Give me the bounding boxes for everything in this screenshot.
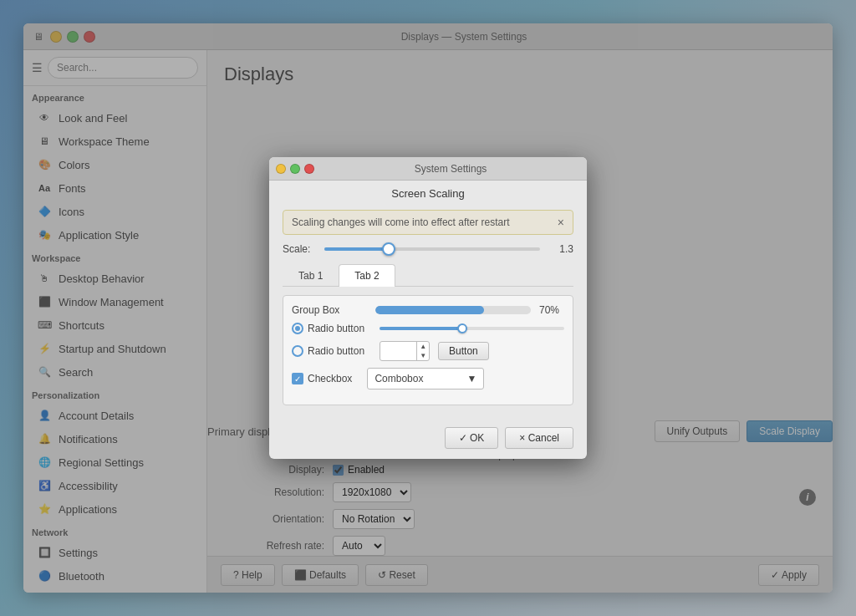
- tab-2-button[interactable]: Tab 2: [339, 264, 395, 287]
- scale-value: 1.3: [548, 243, 573, 255]
- radio2[interactable]: Radio button: [292, 345, 364, 357]
- progress-bar: [375, 306, 531, 314]
- scale-slider-thumb: [382, 242, 395, 256]
- radio1-slider[interactable]: [380, 327, 564, 330]
- dialog-maximize-button[interactable]: □: [290, 164, 300, 174]
- progress-fill: [375, 306, 484, 314]
- radio1-slider-thumb: [457, 323, 467, 333]
- dialog-subtitle: Screen Scaling: [269, 181, 587, 203]
- scale-label: Scale:: [283, 243, 316, 255]
- modal-overlay: − □ × System Settings Screen Scaling Sca…: [0, 0, 856, 616]
- checkbox-row: ✓ Checkbox Combobox ▼: [292, 368, 564, 389]
- spinbox-up-arrow[interactable]: ▲: [417, 342, 429, 351]
- progress-row: Group Box 70%: [292, 304, 564, 316]
- spinbox-container: ▲ ▼: [380, 341, 430, 361]
- scale-slider-fill: [324, 247, 389, 251]
- combobox-demo[interactable]: Combobox ▼: [367, 368, 484, 389]
- tabs-row: Tab 1 Tab 2: [283, 263, 573, 287]
- demo-button[interactable]: Button: [438, 342, 489, 360]
- combobox-value: Combobox: [374, 373, 423, 384]
- dialog-title: System Settings: [321, 163, 580, 175]
- combobox-container: Combobox ▼: [367, 368, 484, 389]
- demo-checkbox[interactable]: ✓ Checkbox: [292, 373, 352, 384]
- radio1-row: Radio button: [292, 323, 564, 334]
- spinbox-arrows: ▲ ▼: [416, 342, 429, 360]
- spinbox[interactable]: ▲ ▼: [380, 341, 430, 361]
- radio2-circle: [292, 345, 303, 357]
- tab-1-button[interactable]: Tab 1: [283, 264, 339, 287]
- progress-value: 70%: [539, 304, 564, 316]
- checkbox-box: ✓: [292, 373, 303, 384]
- combobox-arrow-icon: ▼: [466, 373, 476, 384]
- system-settings-dialog: − □ × System Settings Screen Scaling Sca…: [269, 157, 587, 459]
- radio1-circle: [292, 323, 303, 334]
- radio1-label: Radio button: [308, 323, 364, 334]
- notification-bar: Scaling changes will come into effect af…: [283, 210, 573, 235]
- ok-button[interactable]: ✓ OK: [445, 427, 499, 449]
- dialog-minimize-button[interactable]: −: [276, 164, 286, 174]
- notification-close-button[interactable]: ×: [558, 216, 564, 229]
- dialog-title-bar: − □ × System Settings: [269, 157, 587, 181]
- radio2-row: Radio button ▲ ▼ Button: [292, 341, 564, 361]
- radio1-slider-fill: [380, 327, 462, 330]
- radio2-label: Radio button: [308, 345, 364, 357]
- scale-row: Scale: 1.3: [283, 243, 573, 255]
- dialog-window-controls: − □ ×: [276, 164, 314, 174]
- dialog-close-button[interactable]: ×: [304, 164, 314, 174]
- checkbox-label: Checkbox: [308, 373, 352, 384]
- dialog-body: Scaling changes will come into effect af…: [269, 203, 587, 420]
- cancel-button[interactable]: × Cancel: [505, 427, 573, 449]
- group-box-label: Group Box: [292, 304, 367, 316]
- notification-text: Scaling changes will come into effect af…: [292, 216, 510, 228]
- radio1[interactable]: Radio button: [292, 323, 364, 334]
- spinbox-down-arrow[interactable]: ▼: [417, 351, 429, 360]
- dialog-footer: ✓ OK × Cancel: [269, 420, 587, 459]
- group-box-demo: Group Box 70% Radio button: [283, 295, 573, 405]
- scale-slider[interactable]: [324, 247, 540, 251]
